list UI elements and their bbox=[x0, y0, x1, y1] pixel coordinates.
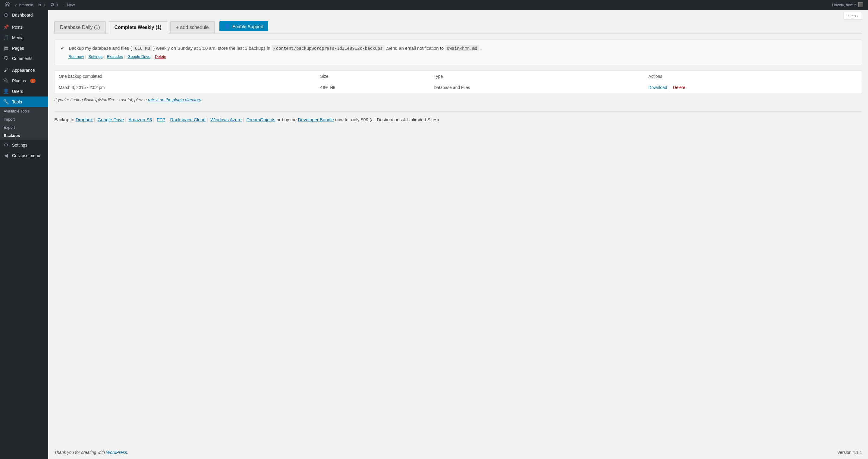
schedule-description: ✔ Backup my database and files ( 616 MB … bbox=[54, 39, 862, 65]
plug-icon: 🔌 bbox=[3, 78, 9, 84]
th-actions: Actions bbox=[644, 70, 862, 82]
divider bbox=[54, 111, 862, 112]
backups-table: One backup completed Size Type Actions M… bbox=[54, 70, 862, 93]
th-type: Type bbox=[430, 70, 644, 82]
sidebar-item-settings[interactable]: ⚙Settings bbox=[0, 140, 48, 150]
link-ftp[interactable]: FTP bbox=[157, 117, 165, 122]
sidebar-item-plugins[interactable]: 🔌Plugins1 bbox=[0, 76, 48, 86]
sidebar-sub-import[interactable]: Import bbox=[0, 115, 48, 123]
plugins-badge: 1 bbox=[30, 79, 36, 83]
refresh-icon: ↻ bbox=[38, 3, 41, 7]
comments-indicator[interactable]: 🗨0 bbox=[48, 0, 60, 10]
link-excludes[interactable]: Excludes bbox=[107, 54, 123, 59]
link-rackspace[interactable]: Rackspace Cloud bbox=[170, 117, 206, 122]
admin-bar: ⓦ ⌂hmbase ↻1 🗨0 +New Howdy, admin bbox=[0, 0, 868, 10]
comment-icon: 🗨 bbox=[50, 3, 54, 7]
main-content: Help Database Daily (1) Complete Weekly … bbox=[48, 10, 868, 459]
user-icon: 👤 bbox=[3, 88, 9, 94]
check-icon: ✔ bbox=[61, 46, 64, 51]
tab-database-daily[interactable]: Database Daily (1) bbox=[54, 21, 106, 33]
home-icon: ⌂ bbox=[15, 3, 18, 7]
avatar bbox=[858, 2, 863, 7]
desc-size: 616 MB bbox=[133, 45, 152, 51]
sidebar-item-posts[interactable]: 📌Posts bbox=[0, 22, 48, 32]
user-icon: 👤 bbox=[224, 24, 230, 29]
help-tab[interactable]: Help bbox=[844, 12, 862, 20]
cell-actions: Download | Delete bbox=[644, 82, 862, 93]
link-dropbox[interactable]: Dropbox bbox=[76, 117, 93, 122]
sidebar-item-pages[interactable]: ▤Pages bbox=[0, 43, 48, 53]
version-label: Version 4.1.1 bbox=[837, 450, 862, 455]
desc-text-end: . bbox=[480, 46, 482, 51]
link-dreamobjects[interactable]: DreamObjects bbox=[247, 117, 276, 122]
enable-support-button[interactable]: 👤Enable Support bbox=[219, 21, 268, 31]
wp-logo[interactable]: ⓦ bbox=[2, 0, 13, 10]
sidebar-item-dashboard[interactable]: ⌬Dashboard bbox=[0, 10, 48, 20]
link-amazon-s3[interactable]: Amazon S3 bbox=[128, 117, 152, 122]
link-rate-plugin[interactable]: rate it on the plugin directory bbox=[148, 97, 201, 102]
wrench-icon: 🔧 bbox=[3, 99, 9, 105]
th-size: Size bbox=[316, 70, 430, 82]
destinations-line: Backup to Dropbox| Google Drive| Amazon … bbox=[54, 117, 862, 122]
media-icon: 🎵 bbox=[3, 35, 9, 40]
site-name[interactable]: ⌂hmbase bbox=[13, 0, 36, 10]
sidebar-item-tools[interactable]: 🔧Tools bbox=[0, 96, 48, 107]
account-greeting[interactable]: Howdy, admin bbox=[830, 0, 866, 10]
tab-add-schedule[interactable]: + add schedule bbox=[170, 21, 215, 33]
cell-date: March 3, 2015 - 2:02 pm bbox=[55, 82, 316, 93]
rate-prompt: If you're finding BackUpWordPress useful… bbox=[54, 97, 862, 102]
sidebar-item-comments[interactable]: 🗨Comments bbox=[0, 53, 48, 64]
collapse-icon: ◀ bbox=[3, 152, 9, 158]
new-content[interactable]: +New bbox=[61, 0, 78, 10]
sidebar-sub-export[interactable]: Export bbox=[0, 123, 48, 132]
sidebar-item-appearance[interactable]: 🖌Appearance bbox=[0, 65, 48, 76]
pin-icon: 📌 bbox=[3, 24, 9, 30]
action-delete[interactable]: Delete bbox=[673, 85, 685, 90]
sidebar-sub-available-tools[interactable]: Available Tools bbox=[0, 107, 48, 115]
link-google-drive[interactable]: Google Drive bbox=[127, 54, 150, 59]
sidebar-item-users[interactable]: 👤Users bbox=[0, 86, 48, 96]
link-azure[interactable]: Windows Azure bbox=[210, 117, 241, 122]
link-settings[interactable]: Settings bbox=[88, 54, 102, 59]
footer: Thank you for creating with WordPress. V… bbox=[54, 450, 862, 455]
desc-text-mid2: .Send an email notification to bbox=[386, 46, 445, 51]
sidebar-item-collapse[interactable]: ◀Collapse menu bbox=[0, 150, 48, 161]
sidebar-sub-backups[interactable]: Backups bbox=[0, 132, 48, 140]
desc-email: owain@hmn.md bbox=[445, 45, 479, 51]
cell-type: Database and Files bbox=[430, 82, 644, 93]
table-row: March 3, 2015 - 2:02 pm 480 MB Database … bbox=[55, 82, 862, 93]
plus-icon: + bbox=[63, 3, 65, 7]
sidebar-tools-submenu: Available Tools Import Export Backups bbox=[0, 107, 48, 140]
desc-path: /content/backupwordpress-1d31e8912c-back… bbox=[272, 45, 384, 51]
admin-sidebar: ⌬Dashboard 📌Posts 🎵Media ▤Pages 🗨Comment… bbox=[0, 10, 48, 459]
dashboard-icon: ⌬ bbox=[3, 12, 9, 18]
sidebar-item-media[interactable]: 🎵Media bbox=[0, 32, 48, 43]
sliders-icon: ⚙ bbox=[3, 142, 9, 148]
page-icon: ▤ bbox=[3, 45, 9, 51]
updates[interactable]: ↻1 bbox=[36, 0, 48, 10]
schedule-tabs: Database Daily (1) Complete Weekly (1) +… bbox=[54, 13, 862, 33]
cell-size: 480 MB bbox=[316, 82, 430, 93]
link-delete-schedule[interactable]: Delete bbox=[155, 54, 166, 59]
comment-icon: 🗨 bbox=[3, 56, 9, 61]
link-wordpress[interactable]: WordPress bbox=[106, 450, 127, 455]
desc-text-mid1: ) weekly on Sunday at 3:00 am, store the… bbox=[153, 46, 272, 51]
action-download[interactable]: Download bbox=[648, 85, 667, 90]
link-google-drive-dest[interactable]: Google Drive bbox=[98, 117, 124, 122]
desc-text-pre: Backup my database and files ( bbox=[69, 46, 132, 51]
brush-icon: 🖌 bbox=[3, 67, 9, 73]
th-status: One backup completed bbox=[55, 70, 316, 82]
link-developer-bundle[interactable]: Developer Bundle bbox=[298, 117, 334, 122]
tab-complete-weekly[interactable]: Complete Weekly (1) bbox=[109, 21, 167, 33]
link-run-now[interactable]: Run now bbox=[68, 54, 84, 59]
